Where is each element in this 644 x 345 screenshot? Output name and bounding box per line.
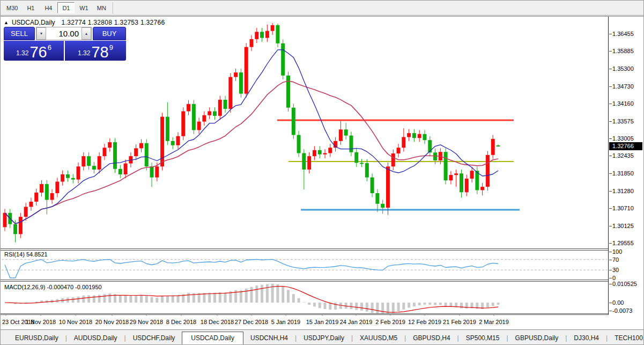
timeframe-button-mn[interactable]: MN [93, 2, 110, 13]
macd-label: MACD(12,26,9) -0.000470 -0.001950 [4, 284, 102, 290]
price-axis-tick: 1.32435 [612, 152, 634, 159]
macd-axis-tick: -0.0073 [612, 307, 632, 314]
macd-axis-tick: 0.010525 [612, 281, 637, 288]
chart-canvas[interactable] [1, 17, 608, 329]
rsi-axis-tick: 70 [612, 256, 619, 263]
volume-increase-icon[interactable]: ▴ [82, 27, 91, 40]
chart-tab-audusd[interactable]: AUDUSD,Daily [67, 332, 124, 344]
current-price-tag: 1.32766 [609, 142, 642, 150]
date-axis-label: 2 Feb 2019 [375, 319, 405, 325]
chart-header: ▲ USDCAD,Daily 1.32774 1.32808 1.32753 1… [4, 19, 165, 26]
date-axis: 23 Oct 20181 Nov 201810 Nov 201820 Nov 2… [1, 315, 608, 329]
date-axis-label: 1 Nov 2018 [26, 319, 56, 325]
chart-symbol-label: USDCAD,Daily [12, 19, 55, 26]
sell-button[interactable]: SELL [4, 27, 35, 40]
buy-price-small: 1.32 [78, 49, 90, 57]
timeframe-button-w1[interactable]: W1 [75, 2, 92, 13]
buy-price-sup: 9 [109, 43, 113, 52]
buy-price-box[interactable]: 1.32 78 9 [65, 41, 126, 61]
rsi-label: RSI(14) 54.8521 [4, 251, 48, 258]
timeframe-toolbar: M30H1H4D1W1MN [1, 1, 644, 15]
chart-tab-usdcnh[interactable]: USDCNH,H4 [243, 332, 295, 344]
date-axis-label: 8 Dec 2018 [166, 319, 196, 325]
date-axis-label: 12 Feb 2019 [408, 319, 441, 325]
price-axis-tick: 1.35300 [612, 65, 634, 72]
panel-separator[interactable] [1, 280, 644, 282]
timeframe-button-m30[interactable]: M30 [3, 2, 21, 13]
sell-price-box[interactable]: 1.32 76 6 [4, 41, 64, 61]
one-click-trade-panel: SELL ▾ ▴ BUY 1.32 76 6 1.32 78 9 [4, 27, 126, 61]
chart-tab-bar: EURUSD,Daily|AUDUSD,Daily|USDCHF,DailyUS… [1, 329, 644, 345]
panel-separator [1, 313, 644, 315]
chart-tab-dj30[interactable]: DJ30,H4 [567, 332, 606, 344]
price-axis-tick: 1.34730 [612, 83, 634, 90]
volume-decrease-icon[interactable]: ▾ [36, 27, 46, 40]
rsi-axis-tick: 30 [612, 267, 619, 274]
volume-stepper: ▾ ▴ [36, 27, 92, 40]
price-axis: 1.364551.358851.353001.347301.341601.335… [609, 17, 644, 315]
toolbar-separator [113, 2, 114, 14]
date-axis-label: 20 Nov 2018 [95, 319, 129, 325]
chart-tab-eurusd[interactable]: EURUSD,Daily [8, 332, 65, 344]
price-axis-tick: 1.35885 [612, 48, 634, 55]
collapse-trade-panel-icon[interactable]: ▲ [4, 20, 9, 25]
chart-tab-gbpusd[interactable]: GBPUSD,H4 [406, 332, 457, 344]
price-axis-tick: 1.31850 [612, 170, 634, 177]
timeframe-button-d1[interactable]: D1 [57, 2, 75, 13]
timeframe-button-h1[interactable]: H1 [22, 2, 39, 13]
chart-tab-gbpusd[interactable]: GBPUSD,Daily [508, 332, 566, 344]
price-axis-tick: 1.29555 [612, 240, 634, 247]
price-axis-tick: 1.31280 [612, 188, 634, 195]
price-axis-tick: 1.30710 [612, 205, 634, 212]
volume-input[interactable] [46, 27, 82, 40]
buy-button[interactable]: BUY [93, 27, 126, 40]
chart-tab-usdcad[interactable]: USDCAD,Daily [182, 332, 243, 344]
price-axis-tick: 1.36455 [612, 31, 634, 38]
date-axis-label: 29 Nov 2018 [130, 319, 163, 325]
rsi-axis-tick: 100 [612, 248, 622, 255]
chart-tab-usdchf[interactable]: USDCHF,Daily [126, 332, 182, 344]
date-axis-label: 24 Jan 2019 [340, 319, 373, 325]
buy-price-big: 78 [91, 45, 108, 59]
date-axis-label: 10 Nov 2018 [59, 319, 92, 325]
sell-price-small: 1.32 [16, 49, 28, 57]
date-axis-label: 15 Jan 2019 [306, 319, 339, 325]
sell-price-sup: 6 [48, 43, 51, 52]
date-axis-label: 5 Jan 2019 [271, 319, 300, 325]
chart-tab-usdjpy[interactable]: USDJPY,Daily [297, 332, 351, 344]
sell-price-big: 76 [29, 45, 47, 59]
date-axis-label: 18 Dec 2018 [201, 319, 234, 325]
price-axis-tick: 1.33575 [612, 118, 634, 125]
macd-axis-tick: 0.00 [612, 299, 624, 306]
chart-tab-tech100[interactable]: TECH100,H1 [608, 332, 644, 344]
trading-app-window: { "toolbar": { "timeframes": [ {"label":… [0, 0, 644, 345]
panel-separator[interactable] [1, 248, 644, 251]
price-axis-tick: 1.33005 [612, 135, 634, 142]
date-axis-label: 27 Dec 2018 [235, 319, 268, 325]
date-axis-label: 2 Mar 2019 [479, 319, 509, 325]
timeframe-button-h4[interactable]: H4 [40, 2, 57, 13]
chart-tab-sp500[interactable]: SP500,M15 [459, 332, 507, 344]
ohlc-values: 1.32774 1.32808 1.32753 1.32766 [62, 19, 165, 26]
price-axis-tick: 1.30125 [612, 223, 634, 230]
date-axis-label: 21 Feb 2019 [443, 319, 476, 325]
price-axis-tick: 1.34160 [612, 100, 634, 107]
chart-tab-xauusd[interactable]: XAUUSD,M5 [353, 332, 404, 344]
